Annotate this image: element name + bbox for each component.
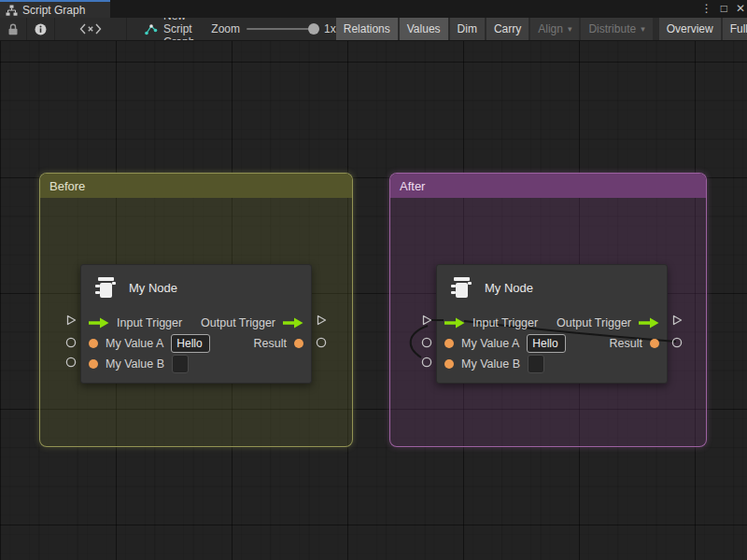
graph-toolbar: New Script Graph Zoom 1x Relations Value… [0, 18, 747, 41]
overview-button[interactable]: Overview [659, 18, 721, 40]
flow-arrow-icon[interactable] [283, 317, 303, 329]
node-header: My Node [437, 265, 667, 310]
port-row: Input Trigger Output Trigger [89, 313, 303, 332]
external-flow-port[interactable] [315, 314, 328, 327]
hierarchy-icon [6, 5, 18, 16]
maximize-icon[interactable]: □ [721, 0, 727, 18]
port-row: My Value A Hello Result [89, 333, 303, 353]
close-icon[interactable]: ✕ [736, 0, 745, 18]
external-flow-port[interactable] [64, 314, 78, 327]
node-after[interactable]: My Node Input Trigger Output Trigger [436, 264, 668, 384]
node-body: Input Trigger Output Trigger My Value A … [437, 310, 667, 373]
node-before[interactable]: My Node Input Trigger Output Trigger [80, 264, 312, 384]
zoom-slider[interactable] [247, 28, 317, 30]
node-title: My Node [129, 281, 177, 295]
group-after-header[interactable]: After [390, 174, 706, 198]
align-button: Align ▾ [530, 18, 579, 40]
value-b-input[interactable] [172, 355, 189, 373]
info-button[interactable] [27, 18, 55, 40]
node-body: Input Trigger Output Trigger My Value A … [81, 310, 311, 373]
flow-arrow-icon[interactable] [639, 317, 659, 329]
tab-bar: Script Graph ⋮ □ ✕ [0, 0, 747, 18]
dim-button[interactable]: Dim [450, 18, 485, 40]
script-graph-window: Script Graph ⋮ □ ✕ [0, 0, 747, 560]
unit-node-icon [447, 273, 475, 301]
external-value-port[interactable] [670, 336, 684, 349]
code-icon [79, 23, 102, 35]
toolbar-toggles: Relations Values Dim Carry Align ▾ Distr… [336, 18, 747, 40]
value-port-icon[interactable] [444, 339, 454, 348]
values-button[interactable]: Values [400, 18, 448, 40]
external-flow-port[interactable] [670, 314, 684, 327]
group-title: Before [49, 179, 85, 193]
external-flow-port[interactable] [420, 314, 433, 327]
graph-asset-button[interactable]: New Script Graph [140, 18, 198, 40]
external-value-port[interactable] [64, 356, 78, 369]
flow-arrow-icon[interactable] [89, 317, 109, 329]
lock-button[interactable] [0, 18, 27, 40]
unit-node-icon [92, 273, 120, 301]
value-a-input[interactable]: Hello [171, 334, 210, 353]
value-port-icon[interactable] [294, 339, 303, 348]
node-title: My Node [485, 281, 533, 295]
chevron-down-icon: ▾ [568, 24, 572, 34]
value-port-icon[interactable] [650, 339, 659, 348]
distribute-button: Distribute ▾ [581, 18, 652, 40]
value-port-icon[interactable] [89, 359, 98, 369]
preview-code-button[interactable] [55, 18, 127, 40]
external-value-port[interactable] [420, 356, 433, 369]
chevron-down-icon: ▾ [641, 24, 645, 34]
zoom-slider-handle[interactable] [308, 23, 319, 35]
fullscreen-button[interactable]: Full Scr [723, 18, 747, 40]
tab-script-graph[interactable]: Script Graph [0, 0, 110, 18]
relations-button[interactable]: Relations [336, 18, 398, 40]
value-port-icon[interactable] [89, 339, 98, 348]
external-value-port[interactable] [315, 336, 328, 349]
zoom-control: Zoom 1x [211, 18, 335, 40]
carry-button[interactable]: Carry [486, 18, 529, 40]
group-title: After [400, 179, 425, 193]
tab-label: Script Graph [22, 4, 85, 17]
port-row: My Value B [89, 354, 303, 373]
menu-icon[interactable]: ⋮ [701, 0, 712, 18]
group-before-header[interactable]: Before [40, 174, 352, 198]
graph-canvas[interactable]: Before After My Node [0, 41, 747, 560]
value-port-icon[interactable] [444, 359, 454, 369]
graph-name: New Script Graph [163, 18, 194, 41]
external-value-port[interactable] [64, 336, 78, 349]
port-row: My Value B [444, 354, 659, 373]
port-row: Input Trigger Output Trigger [444, 313, 659, 332]
flow-arrow-icon[interactable] [444, 317, 465, 329]
port-row: My Value A Hello Result [444, 333, 659, 353]
node-header: My Node [81, 265, 311, 310]
external-value-port[interactable] [420, 336, 433, 349]
zoom-value: 1x [324, 22, 336, 35]
window-controls: ⋮ □ ✕ [701, 0, 745, 18]
info-icon [35, 23, 47, 35]
graph-icon [144, 23, 158, 35]
value-a-input[interactable]: Hello [527, 334, 566, 353]
value-b-input[interactable] [528, 355, 544, 373]
lock-icon [7, 23, 19, 35]
zoom-label: Zoom [211, 22, 240, 35]
